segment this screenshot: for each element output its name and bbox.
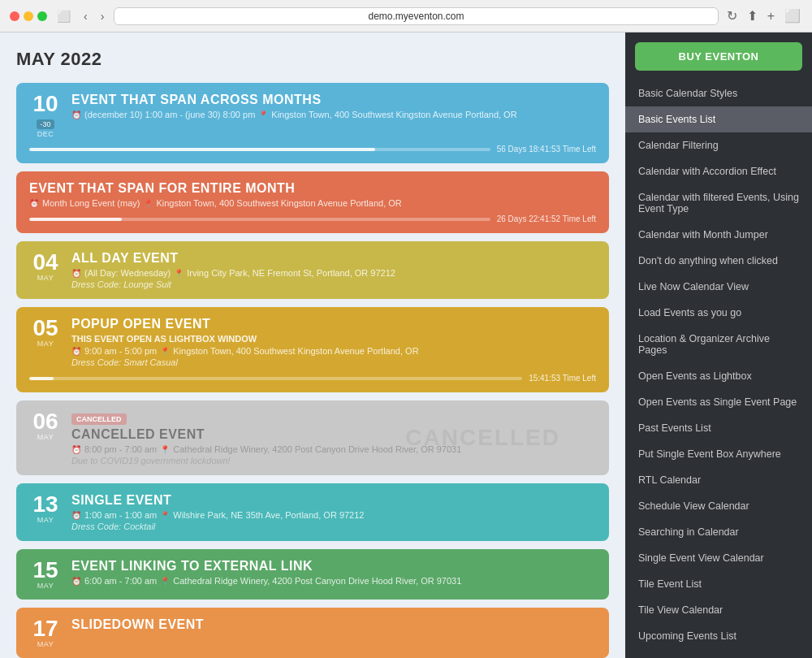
- event-time: 8:00 pm - 7:00 am: [84, 444, 157, 454]
- location-icon: 📍: [160, 347, 170, 356]
- location-icon: 📍: [160, 445, 170, 454]
- sidebar-item-8[interactable]: Load Events as you go: [625, 300, 812, 326]
- event-detail: Due to COVID19 government lockdown!: [71, 456, 596, 465]
- event-date-num: 05: [29, 317, 62, 340]
- location-icon: 📍: [160, 577, 170, 586]
- sidebar-item-0[interactable]: Basic Calendar Styles: [625, 80, 812, 106]
- forward-button[interactable]: ›: [97, 8, 108, 24]
- address-bar[interactable]: demo.myeventon.com: [114, 7, 718, 25]
- sidebar-item-3[interactable]: Calendar with Accordion Effect: [625, 158, 812, 184]
- buy-eventon-button[interactable]: BUY EVENTON: [635, 42, 802, 71]
- sidebar-item-14[interactable]: RTL Calendar: [625, 467, 812, 493]
- sidebar-bottom: ? Help: [625, 649, 812, 658]
- event-header: 15MAYEVENT LINKING TO EXTERNAL LINK⏰6:00…: [29, 559, 596, 590]
- clock-icon: ⏰: [29, 199, 39, 208]
- progress-container: 15:41:53 Time Left: [29, 374, 596, 383]
- event-meta: ⏰1:00 am - 1:00 am📍Wilshire Park, NE 35t…: [71, 510, 596, 520]
- event-date-num: 04: [29, 251, 62, 274]
- sidebar-nav: Basic Calendar StylesBasic Events ListCa…: [625, 80, 812, 649]
- close-button[interactable]: [10, 11, 19, 21]
- sidebar-item-13[interactable]: Put Single Event Box Anywhere: [625, 441, 812, 467]
- sidebar-item-18[interactable]: Tile Event List: [625, 571, 812, 597]
- event-location: Irving City Park, NE Fremont St, Portlan…: [187, 268, 395, 278]
- location-icon: 📍: [258, 110, 268, 119]
- event-title: ALL DAY EVENT: [71, 251, 596, 266]
- location-icon: 📍: [160, 511, 170, 520]
- clock-icon: ⏰: [71, 577, 81, 586]
- event-title: EVENT THAT SPAN FOR ENTIRE MONTH: [29, 181, 596, 196]
- sidebar-item-19[interactable]: Tile View Calendar: [625, 597, 812, 623]
- refresh-button[interactable]: ↻: [725, 6, 739, 25]
- progress-container: 56 Days 18:41:53 Time Left: [29, 145, 596, 154]
- event-date-sub: MAY: [29, 274, 62, 282]
- event-card[interactable]: 17MAYSLIDEDOWN EVENT: [16, 608, 609, 658]
- event-card[interactable]: 06MAYCANCELLEDCANCELLED EVENT⏰8:00 pm - …: [16, 400, 609, 475]
- sidebar-item-2[interactable]: Calendar Filtering: [625, 132, 812, 158]
- event-card[interactable]: 10-30DECEVENT THAT SPAN ACROSS MONTHS⏰(d…: [16, 83, 609, 163]
- sidebar-item-6[interactable]: Don't do anything when clicked: [625, 248, 812, 274]
- sidebar-item-7[interactable]: Live Now Calendar View: [625, 274, 812, 300]
- tab-button[interactable]: ⬜: [783, 6, 802, 25]
- event-meta: ⏰6:00 am - 7:00 am📍Cathedral Ridge Winer…: [71, 576, 596, 586]
- event-header: 17MAYSLIDEDOWN EVENT: [29, 617, 596, 648]
- new-tab-button[interactable]: +: [766, 7, 776, 25]
- event-subtitle: THIS EVENT OPEN AS LIGHTBOX WINDOW: [71, 334, 596, 344]
- event-date-box: 04MAY: [29, 251, 62, 282]
- event-date-num: 17: [29, 617, 62, 640]
- event-time: 9:00 am - 5:00 pm: [84, 346, 157, 356]
- traffic-lights: [10, 11, 47, 21]
- progress-bar-bg: [29, 218, 490, 221]
- event-meta: ⏰(december 10) 1:00 am - (june 30) 8:00 …: [71, 110, 596, 119]
- sidebar-item-10[interactable]: Open Events as Lightbox: [625, 363, 812, 389]
- maximize-button[interactable]: [37, 11, 47, 21]
- event-location: Cathedral Ridge Winery, 4200 Post Canyon…: [173, 576, 461, 586]
- event-time: (december 10) 1:00 am - (june 30) 8:00 p…: [84, 110, 255, 119]
- progress-bar-bg: [29, 377, 522, 380]
- sidebar-item-4[interactable]: Calendar with filtered Events, Using Eve…: [625, 184, 812, 222]
- event-info: POPUP OPEN EVENTTHIS EVENT OPEN AS LIGHT…: [71, 317, 596, 367]
- event-date-num: 13: [29, 493, 62, 516]
- event-location: Kingston Town, 400 Southwest Kingston Av…: [271, 110, 516, 119]
- event-date-box: 10-30DEC: [29, 93, 62, 138]
- progress-container: 26 Days 22:41:52 Time Left: [29, 214, 596, 223]
- event-meta: ⏰Month Long Event (may)📍Kingston Town, 4…: [29, 198, 596, 208]
- sidebar-item-9[interactable]: Location & Organizer Archive Pages: [625, 326, 812, 363]
- minimize-button[interactable]: [24, 11, 33, 21]
- sidebar-item-15[interactable]: Schedule View Calendar: [625, 493, 812, 519]
- progress-bar-fill: [29, 148, 375, 151]
- event-card[interactable]: 15MAYEVENT LINKING TO EXTERNAL LINK⏰6:00…: [16, 549, 609, 600]
- event-info: EVENT LINKING TO EXTERNAL LINK⏰6:00 am -…: [71, 559, 596, 586]
- event-date-box: 05MAY: [29, 317, 62, 348]
- event-card[interactable]: EVENT THAT SPAN FOR ENTIRE MONTH⏰Month L…: [16, 171, 609, 233]
- event-date-box: 15MAY: [29, 559, 62, 590]
- sidebar-item-17[interactable]: Single Event View Calendar: [625, 545, 812, 571]
- event-header: 10-30DECEVENT THAT SPAN ACROSS MONTHS⏰(d…: [29, 93, 596, 138]
- event-date-num: 10: [29, 93, 62, 115]
- event-card[interactable]: 13MAYSINGLE EVENT⏰1:00 am - 1:00 am📍Wils…: [16, 483, 609, 541]
- share-button[interactable]: ⬆: [745, 6, 759, 25]
- progress-bar-bg: [29, 148, 490, 151]
- window-icon[interactable]: ⬜: [54, 8, 74, 24]
- location-icon: 📍: [174, 269, 184, 278]
- event-title: EVENT THAT SPAN ACROSS MONTHS: [71, 93, 596, 107]
- event-date-box: 13MAY: [29, 493, 62, 524]
- event-title: SLIDEDOWN EVENT: [71, 617, 596, 632]
- sidebar-item-16[interactable]: Searching in Calendar: [625, 519, 812, 545]
- sidebar-item-5[interactable]: Calendar with Month Jumper: [625, 222, 812, 248]
- event-info: EVENT THAT SPAN ACROSS MONTHS⏰(december …: [71, 93, 596, 119]
- event-card[interactable]: 05MAYPOPUP OPEN EVENTTHIS EVENT OPEN AS …: [16, 307, 609, 392]
- browser-chrome: ⬜ ‹ › demo.myeventon.com ↻ ⬆ + ⬜: [0, 0, 812, 32]
- back-button[interactable]: ‹: [80, 8, 91, 24]
- event-card[interactable]: 04MAYALL DAY EVENT⏰(All Day: Wednesday)📍…: [16, 241, 609, 299]
- sidebar-item-11[interactable]: Open Events as Single Event Page: [625, 389, 812, 415]
- event-meta: ⏰9:00 am - 5:00 pm📍Kingston Town, 400 So…: [71, 346, 596, 356]
- sidebar-item-1[interactable]: Basic Events List: [625, 106, 812, 132]
- event-location: Wilshire Park, NE 35th Ave, Portland, OR…: [173, 510, 364, 520]
- sidebar-item-20[interactable]: Upcoming Events List: [625, 623, 812, 649]
- event-title: SINGLE EVENT: [71, 493, 596, 508]
- sidebar-item-12[interactable]: Past Events List: [625, 415, 812, 441]
- location-icon: 📍: [143, 199, 153, 208]
- event-info: SLIDEDOWN EVENT: [71, 617, 596, 634]
- event-time: 1:00 am - 1:00 am: [84, 510, 157, 520]
- cancelled-badge: CANCELLED: [71, 413, 127, 425]
